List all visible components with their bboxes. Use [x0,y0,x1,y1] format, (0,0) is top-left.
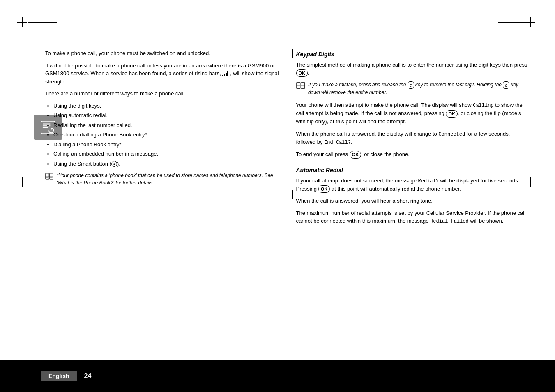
keypad-note-text: If you make a mistake, press and release… [308,81,530,96]
redial-mono: Redial? [418,178,439,184]
c-key-icon: c [408,81,414,89]
keypad-digits-title: Keypad Digits [296,51,531,58]
page-container: To make a phone call, your phone must be… [0,0,555,392]
list-item: Using the digit keys. [53,102,280,110]
list-item: One-touch dialling a Phone Book entry*. [53,131,280,139]
intro-para3: There are a number of different ways to … [45,90,280,98]
autoredial-para1: If your call attempt does not succeed, t… [296,177,531,193]
autoredial-section-bar [292,190,293,199]
keypad-para1: The simplest method of making a phone ca… [296,61,531,77]
smart-button-icon: ● [111,161,117,167]
ways-to-call-list: Using the digit keys. Using automatic re… [53,102,280,168]
phonebook-note: *Your phone contains a 'phone book' that… [45,172,280,187]
list-item: Redialling the last number called. [53,121,280,129]
left-column: To make a phone call, your phone must be… [45,49,280,343]
ok-button-icon: OK [296,69,308,77]
crosshair-top-right [525,17,538,30]
keypad-para4: To end your call press OK, or close the … [296,150,531,159]
end-call-mono: End Call? [324,140,351,145]
keypad-para3: When the phone call is answered, the dis… [296,130,531,146]
keypad-para2: Your phone will then attempt to make the… [296,101,531,125]
autoredial-para2: When the call is answered, you will hear… [296,197,531,205]
list-item: Using the Smart button (●). [53,160,280,168]
list-item: Dialling a Phone Book entry*. [53,141,280,149]
crosshair-mid-left [17,177,30,189]
hline-top-left [28,22,57,23]
keypad-section-bar [292,49,293,58]
autoredial-para3: The maximum number of redial attempts is… [296,209,531,226]
footer-bar: English 24 [0,360,555,392]
calling-mono: Calling [473,103,493,108]
automatic-redial-title: Automatic Redial [296,167,531,173]
intro-para1: To make a phone call, your phone must be… [45,49,280,58]
list-item: Calling an embedded number in a message. [53,150,280,158]
connected-mono: Connected [438,131,465,137]
ok-button-icon-2: OK [446,110,458,118]
note-text: *Your phone contains a 'phone book' that… [57,172,280,187]
keypad-note: If you make a mistake, press and release… [296,81,531,96]
language-label: English [48,373,69,379]
ok-button-icon-4: OK [318,185,330,193]
redial-failed-mono: Redial Failed [430,219,469,224]
keypad-digits-section: Keypad Digits The simplest method of mak… [296,51,531,159]
automatic-redial-section: Automatic Redial If your call attempt do… [296,167,531,226]
note-icon-2 [296,81,305,90]
c-key-icon-2: c [503,81,509,89]
page-number: 24 [84,372,92,380]
signal-bars-icon [222,71,228,76]
list-item: Using automatic redial. [53,111,280,120]
ok-button-icon-3: OK [350,151,362,159]
right-column: Keypad Digits The simplest method of mak… [296,49,531,343]
note-icon [45,172,53,181]
crosshair-top-left [17,17,30,30]
intro-para2: It will not be possible to make a phone … [45,62,280,86]
hline-top-right [498,22,527,23]
footer-language: English [41,371,77,381]
content-area: To make a phone call, your phone must be… [45,49,530,343]
